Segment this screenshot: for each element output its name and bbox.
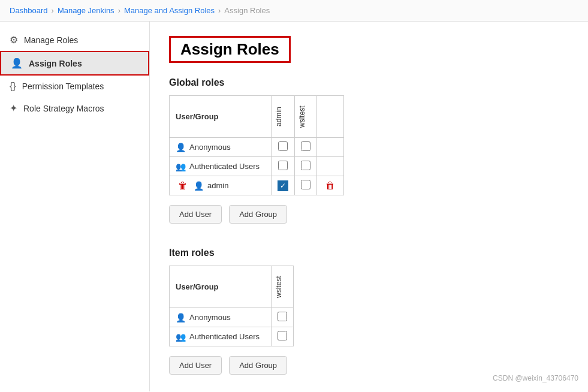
- global-roles-buttons: Add User Add Group: [169, 205, 569, 224]
- item-anonymous-wsltest-cell: [272, 308, 294, 327]
- item-roles-title: Item roles: [169, 248, 569, 258]
- item-row-anonymous-user: 👤 Anonymous: [170, 308, 272, 327]
- sidebar-label-assign-roles: Assign Roles: [29, 59, 82, 68]
- breadcrumb-manage-jenkins[interactable]: Manage Jenkins: [58, 6, 114, 15]
- global-row-admin-user: 🗑 👤 admin: [170, 176, 272, 195]
- item-roles-section: Item roles User/Group wsltest 👤 Anon: [169, 248, 569, 375]
- global-auth-admin-checkbox[interactable]: [278, 161, 288, 170]
- sidebar-item-assign-roles[interactable]: 👤 Assign Roles: [0, 51, 149, 76]
- global-roles-table: User/Group admin wsltest 👤 Anonymous: [169, 95, 344, 195]
- global-col-delete: [317, 96, 344, 138]
- permission-templates-icon: {}: [10, 81, 16, 92]
- item-row-auth-user: 👥 Authenticated Users: [170, 327, 272, 346]
- global-admin-delete-left-button[interactable]: 🗑: [176, 180, 190, 191]
- group-icon: 👥: [176, 332, 186, 342]
- sidebar-label-role-strategy: Role Strategy Macros: [23, 104, 104, 113]
- sidebar-label-manage-roles: Manage Roles: [24, 35, 78, 45]
- global-admin-delete-right-cell: 🗑: [317, 176, 344, 195]
- global-anonymous-delete-cell: [317, 138, 344, 157]
- global-col-user: User/Group: [170, 96, 272, 138]
- global-auth-delete-cell: [317, 157, 344, 176]
- item-auth-wsltest-checkbox[interactable]: [278, 331, 287, 340]
- global-anonymous-wsltest-checkbox[interactable]: [301, 141, 310, 151]
- global-add-user-button[interactable]: Add User: [169, 205, 222, 224]
- sidebar: ⚙ Manage Roles 👤 Assign Roles {} Permiss…: [0, 22, 150, 391]
- global-auth-wsltest-cell: [295, 157, 317, 176]
- page-title: Assign Roles: [169, 36, 291, 63]
- sidebar-item-role-strategy-macros[interactable]: ✦ Role Strategy Macros: [0, 97, 149, 119]
- breadcrumb-dashboard[interactable]: Dashboard: [10, 6, 48, 15]
- watermark: CSDN @weixin_43706470: [493, 374, 578, 382]
- global-row-auth-user: 👥 Authenticated Users: [170, 157, 272, 176]
- table-row: 👤 Anonymous: [170, 138, 344, 157]
- table-row: 👥 Authenticated Users: [170, 157, 344, 176]
- global-anonymous-admin-checkbox[interactable]: [278, 141, 288, 151]
- item-col-user: User/Group: [170, 266, 272, 308]
- item-roles-buttons: Add User Add Group: [169, 356, 569, 375]
- global-col-wsltest: wsltest: [295, 96, 317, 138]
- main-layout: ⚙ Manage Roles 👤 Assign Roles {} Permiss…: [0, 22, 588, 391]
- breadcrumb-manage-assign-roles[interactable]: Manage and Assign Roles: [124, 6, 215, 15]
- table-row: 👤 Anonymous: [170, 308, 294, 327]
- global-roles-title: Global roles: [169, 77, 569, 88]
- global-add-group-button[interactable]: Add Group: [229, 205, 287, 224]
- global-admin-admin-cell: ✓: [272, 176, 295, 195]
- global-anonymous-wsltest-cell: [295, 138, 317, 157]
- item-auth-wsltest-cell: [272, 327, 294, 346]
- item-add-group-button[interactable]: Add Group: [229, 356, 287, 375]
- item-anonymous-wsltest-checkbox[interactable]: [278, 312, 287, 321]
- global-admin-wsltest-checkbox[interactable]: [301, 180, 310, 189]
- global-anonymous-admin-cell: [272, 138, 295, 157]
- table-row: 👥 Authenticated Users: [170, 327, 294, 346]
- sidebar-item-manage-roles[interactable]: ⚙ Manage Roles: [0, 29, 149, 51]
- item-col-wsltest: wsltest: [272, 266, 294, 308]
- user-icon: 👤: [176, 313, 186, 322]
- breadcrumb: Dashboard › Manage Jenkins › Manage and …: [0, 0, 588, 22]
- sidebar-item-permission-templates[interactable]: {} Permission Templates: [0, 76, 149, 97]
- global-col-admin: admin: [272, 96, 295, 138]
- table-row: 🗑 👤 admin ✓ 🗑: [170, 176, 344, 195]
- main-content: Assign Roles Global roles User/Group adm…: [150, 22, 588, 391]
- breadcrumb-current: Assign Roles: [224, 6, 270, 15]
- group-icon: 👥: [176, 162, 186, 171]
- global-admin-admin-checked[interactable]: ✓: [278, 180, 288, 191]
- global-auth-wsltest-checkbox[interactable]: [301, 161, 310, 170]
- sidebar-label-permission-templates: Permission Templates: [22, 82, 104, 91]
- global-row-anonymous-user: 👤 Anonymous: [170, 138, 272, 157]
- admin-user-icon: 👤: [194, 181, 204, 191]
- manage-roles-icon: ⚙: [10, 34, 18, 46]
- item-add-user-button[interactable]: Add User: [169, 356, 222, 375]
- role-strategy-icon: ✦: [10, 102, 17, 114]
- item-roles-table: User/Group wsltest 👤 Anonymous: [169, 266, 294, 346]
- assign-roles-icon: 👤: [11, 58, 23, 69]
- user-icon: 👤: [176, 143, 186, 152]
- global-admin-wsltest-cell: [295, 176, 317, 195]
- global-roles-section: Global roles User/Group admin wsltest: [169, 77, 569, 224]
- global-admin-delete-right-button[interactable]: 🗑: [323, 180, 337, 191]
- global-auth-admin-cell: [272, 157, 295, 176]
